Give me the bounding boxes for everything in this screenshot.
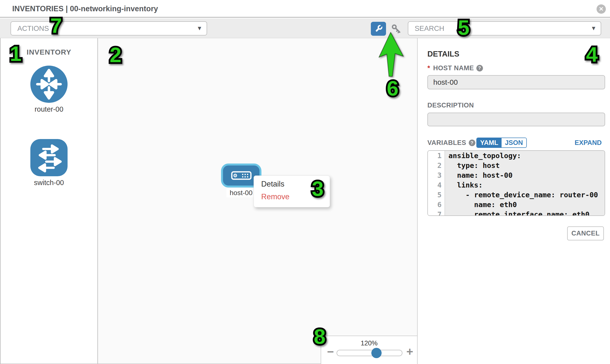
search-dropdown[interactable]: SEARCH ▾ [408, 21, 601, 36]
variables-format-toggle: YAML JSON [476, 138, 527, 148]
wrench-icon [374, 24, 383, 34]
inventory-topology-page: INVENTORIES | 00-networking-inventory ✕ … [0, 0, 610, 364]
cancel-button[interactable]: CANCEL [567, 226, 604, 240]
line-number: 7 [428, 209, 445, 216]
line-code: remote_interface_name: eth0 [445, 209, 605, 216]
tab-json[interactable]: JSON [502, 138, 526, 147]
configure-button[interactable] [371, 22, 386, 36]
zoom-in-button[interactable]: + [406, 346, 413, 358]
variables-label-text: VARIABLES [427, 139, 466, 147]
host-node-label: host-00 [226, 188, 256, 197]
inventory-item-label: switch-00 [34, 179, 64, 187]
line-number: 3 [428, 170, 445, 180]
description-input[interactable] [427, 113, 605, 126]
host-icon [231, 171, 252, 180]
description-label: DESCRIPTION [427, 102, 474, 109]
variables-row: VARIABLES ? YAML JSON EXPAND [418, 138, 610, 148]
zoom-control: 120% − + [321, 336, 417, 364]
help-icon[interactable]: ? [469, 140, 475, 146]
inventory-item-switch[interactable]: switch-00 [0, 139, 97, 187]
required-asterisk: * [427, 64, 430, 72]
line-number: 1 [428, 151, 445, 161]
line-code: links: [445, 180, 605, 190]
page-title: INVENTORIES | 00-networking-inventory [12, 4, 158, 13]
line-code: name: host-00 [445, 170, 605, 180]
inventory-title: INVENTORY [0, 48, 97, 56]
chevron-down-icon: ▾ [198, 24, 201, 32]
editor-line: 6 name: eth0 [428, 200, 605, 209]
editor-line: 3 name: host-00 [428, 170, 605, 180]
search-dropdown-label: SEARCH [415, 25, 444, 33]
close-icon[interactable]: ✕ [597, 4, 606, 14]
zoom-out-button[interactable]: − [327, 346, 334, 358]
key-icon [391, 23, 402, 35]
line-number: 4 [428, 180, 445, 190]
details-title: DETAILS [427, 50, 459, 59]
inventory-sidebar: INVENTORY router-00 [0, 38, 98, 364]
line-number: 6 [428, 200, 445, 209]
inventory-item-router[interactable]: router-00 [0, 65, 97, 113]
context-menu-item-remove[interactable]: Remove [254, 190, 330, 203]
chevron-down-icon: ▾ [592, 24, 595, 32]
help-icon[interactable]: ? [476, 65, 483, 71]
editor-line: 7 remote_interface_name: eth0 [428, 209, 605, 216]
variables-editor[interactable]: 1 ansible_topology: 2 type: host 3 name:… [427, 150, 605, 216]
line-code: type: host [445, 161, 605, 170]
zoom-slider[interactable] [337, 350, 402, 356]
host-name-label: * HOST NAME ? [427, 64, 483, 72]
actions-dropdown-label: ACTIONS [17, 25, 49, 33]
main-content: INVENTORY router-00 [0, 38, 610, 364]
variables-label: VARIABLES ? [427, 139, 475, 147]
host-name-label-text: HOST NAME [433, 64, 474, 72]
host-name-input[interactable] [427, 75, 605, 89]
editor-line: 1 ansible_topology: [428, 151, 605, 161]
line-number: 5 [428, 190, 445, 200]
switch-icon [30, 139, 67, 176]
line-code: ansible_topology: [445, 151, 605, 161]
inventory-item-label: router-00 [35, 105, 63, 113]
line-code: name: eth0 [445, 200, 605, 209]
actions-dropdown[interactable]: ACTIONS ▾ [11, 21, 207, 36]
editor-line: 5 - remote_device_name: router-00 [428, 190, 605, 200]
expand-link[interactable]: EXPAND [574, 139, 602, 147]
router-icon [30, 65, 67, 103]
page-header: INVENTORIES | 00-networking-inventory ✕ [0, 0, 610, 18]
toolbar: ACTIONS ▾ SEARCH [0, 18, 610, 38]
editor-line: 4 links: [428, 180, 605, 190]
context-menu-item-details[interactable]: Details [254, 178, 330, 190]
context-menu: Details Remove [254, 176, 330, 207]
zoom-level: 120% [321, 339, 417, 347]
tab-yaml[interactable]: YAML [477, 138, 502, 147]
line-number: 2 [428, 161, 445, 170]
topology-canvas[interactable]: host-00 Details Remove 120% − + [98, 38, 418, 364]
zoom-slider-thumb[interactable] [371, 348, 382, 358]
line-code: - remote_device_name: router-00 [445, 190, 605, 200]
editor-line: 2 type: host [428, 161, 605, 170]
details-panel: DETAILS * HOST NAME ? DESCRIPTION VARIAB… [418, 38, 610, 364]
key-button[interactable] [391, 23, 402, 35]
